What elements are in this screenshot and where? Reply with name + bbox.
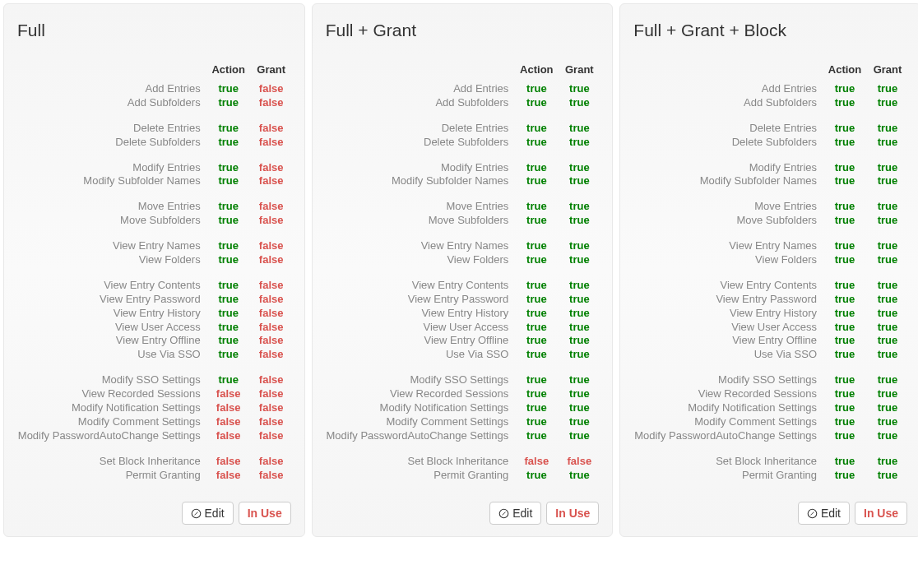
permission-row: Modify Entriestruefalse xyxy=(17,161,291,175)
permission-grant-value: true xyxy=(868,136,907,150)
in-use-button[interactable]: In Use xyxy=(855,502,907,525)
permission-action-value: true xyxy=(517,348,556,362)
permission-action-value: true xyxy=(825,334,865,348)
permission-grant-value: true xyxy=(868,253,907,267)
permission-grant-value: true xyxy=(559,82,599,96)
permission-action-value: true xyxy=(825,161,865,175)
permission-grant-value: true xyxy=(868,214,907,228)
permission-group: Delete EntriestruetrueDelete Subfolderst… xyxy=(326,122,600,150)
permission-grant-value: true xyxy=(868,279,907,293)
permission-label: View User Access xyxy=(17,321,206,335)
permission-group: Set Block InheritancetruetruePermit Gran… xyxy=(633,455,907,483)
permission-action-value: true xyxy=(517,279,556,293)
in-use-button[interactable]: In Use xyxy=(546,502,599,525)
card-footer: EditIn Use xyxy=(633,502,907,525)
edit-icon xyxy=(807,508,818,519)
permission-action-value: true xyxy=(209,82,248,96)
permission-grant-value: true xyxy=(559,307,599,321)
column-header-grant: Grant xyxy=(868,63,907,76)
permission-group: Modify EntriestruefalseModify Subfolder … xyxy=(17,161,291,189)
permission-label: Move Subfolders xyxy=(17,214,206,228)
permission-row: Add Entriestruefalse xyxy=(17,82,291,96)
permission-group: Modify SSO SettingstruetrueView Recorded… xyxy=(633,373,907,442)
permission-cards-container: FullActionGrantAdd EntriestruefalseAdd S… xyxy=(3,3,918,537)
permission-row: View User Accesstruefalse xyxy=(17,321,291,335)
permission-action-value: true xyxy=(209,214,248,228)
permission-grant-value: false xyxy=(252,161,291,175)
permissions-header: ActionGrant xyxy=(633,63,907,76)
permission-action-value: true xyxy=(517,469,556,483)
permission-grant-value: true xyxy=(559,401,599,415)
card-title: Full xyxy=(17,21,291,40)
permission-row: Delete Entriestruefalse xyxy=(17,122,291,136)
permission-label: View Folders xyxy=(326,253,514,267)
permission-action-value: true xyxy=(517,161,556,175)
permission-grant-value: true xyxy=(559,200,599,214)
permission-grant-value: true xyxy=(559,415,599,429)
permission-group: View Entry ContentstruetrueView Entry Pa… xyxy=(326,279,600,362)
permission-grant-value: false xyxy=(252,96,291,110)
permission-label: Modify Comment Settings xyxy=(633,415,822,429)
permission-row: Modify Comment Settingstruetrue xyxy=(633,415,907,429)
permission-row: Delete Subfolderstruetrue xyxy=(633,136,907,150)
permission-group: Delete EntriestruefalseDelete Subfolders… xyxy=(17,122,291,150)
permission-action-value: false xyxy=(209,469,248,483)
edit-button[interactable]: Edit xyxy=(798,502,850,525)
column-header-action: Action xyxy=(209,63,248,76)
permission-grant-value: true xyxy=(559,96,599,110)
permission-row: Modify Notification Settingsfalsefalse xyxy=(17,401,291,415)
permission-action-value: true xyxy=(209,161,248,175)
permission-row: Move Subfolderstruefalse xyxy=(17,214,291,228)
permission-row: Modify Notification Settingstruetrue xyxy=(633,401,907,415)
permission-row: Add Entriestruetrue xyxy=(326,82,600,96)
permission-row: View Recorded Sessionsfalsefalse xyxy=(17,387,291,401)
permission-action-value: true xyxy=(517,239,556,253)
permissions-header: ActionGrant xyxy=(17,63,291,76)
permission-grant-value: false xyxy=(252,334,291,348)
permission-row: View Folderstruetrue xyxy=(326,253,600,267)
permission-row: View Entry Passwordtruetrue xyxy=(633,293,907,307)
permission-action-value: true xyxy=(209,122,248,136)
permission-row: Modify PasswordAutoChange Settingstruetr… xyxy=(326,429,600,443)
permission-row: View Folderstruetrue xyxy=(633,253,907,267)
permission-grant-value: true xyxy=(868,348,907,362)
permission-grant-value: true xyxy=(868,174,907,188)
permission-label: View Recorded Sessions xyxy=(17,387,206,401)
permissions-header: ActionGrant xyxy=(326,63,600,76)
permission-grant-value: false xyxy=(252,279,291,293)
permission-label: View Entry Password xyxy=(17,293,206,307)
permission-row: View Entry Offlinetruefalse xyxy=(17,334,291,348)
permission-action-value: true xyxy=(825,401,865,415)
permission-grant-value: true xyxy=(868,387,907,401)
permission-card: Full + GrantActionGrantAdd Entriestruetr… xyxy=(312,3,614,537)
permission-action-value: true xyxy=(209,253,248,267)
permission-grant-value: false xyxy=(252,415,291,429)
permission-grant-value: true xyxy=(559,279,599,293)
permission-row: View Entry Historytruetrue xyxy=(633,307,907,321)
edit-button[interactable]: Edit xyxy=(489,502,541,525)
permission-label: Delete Subfolders xyxy=(17,136,206,150)
permission-action-value: true xyxy=(825,455,865,469)
in-use-button[interactable]: In Use xyxy=(239,502,291,525)
permission-action-value: true xyxy=(209,200,248,214)
permission-row: Modify Entriestruetrue xyxy=(633,161,907,175)
edit-button-label: Edit xyxy=(512,507,532,520)
permission-grant-value: true xyxy=(868,200,907,214)
permission-group: Move EntriestruetrueMove Subfolderstruet… xyxy=(326,200,600,228)
permission-action-value: true xyxy=(825,429,865,443)
permission-row: Move Subfolderstruetrue xyxy=(633,214,907,228)
permission-group: View Entry ContentstruetrueView Entry Pa… xyxy=(633,279,907,362)
permission-label: Modify Comment Settings xyxy=(17,415,206,429)
permission-action-value: true xyxy=(517,373,556,387)
permission-grant-value: false xyxy=(252,348,291,362)
permission-row: Delete Subfolderstruefalse xyxy=(17,136,291,150)
permission-action-value: true xyxy=(209,321,248,335)
permission-row: Modify PasswordAutoChange Settingstruetr… xyxy=(633,429,907,443)
card-title: Full + Grant xyxy=(326,21,600,40)
permission-label: Modify Comment Settings xyxy=(326,415,514,429)
edit-button[interactable]: Edit xyxy=(182,502,234,525)
permission-row: View Entry Passwordtruetrue xyxy=(326,293,600,307)
permission-group: Set Block InheritancefalsefalsePermit Gr… xyxy=(326,455,600,483)
permission-group: Move EntriestruefalseMove Subfolderstrue… xyxy=(17,200,291,228)
permission-grant-value: false xyxy=(252,455,291,469)
